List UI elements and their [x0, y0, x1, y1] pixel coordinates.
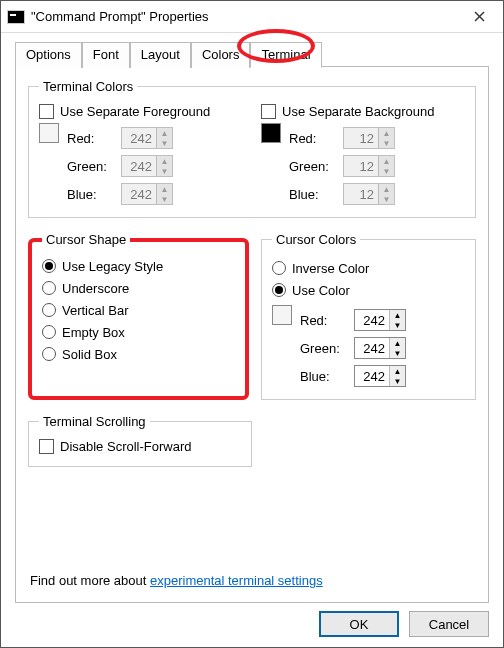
spin-down-icon[interactable]: ▼	[390, 320, 405, 330]
spin-cc-blue[interactable]: 242 ▲▼	[354, 365, 406, 387]
titlebar[interactable]: "Command Prompt" Properties	[1, 1, 503, 33]
spin-up-icon[interactable]: ▲	[157, 156, 172, 166]
label-cursor-empty-box: Empty Box	[62, 325, 125, 340]
label-bg-blue: Blue:	[289, 187, 343, 202]
window-title: "Command Prompt" Properties	[31, 9, 459, 24]
footer-text: Find out more about experimental termina…	[28, 567, 476, 592]
radio-cursor-empty-box[interactable]	[42, 325, 56, 339]
radio-use-color[interactable]	[272, 283, 286, 297]
tab-options[interactable]: Options	[15, 42, 82, 68]
legend-terminal-colors: Terminal Colors	[39, 79, 137, 94]
label-cursor-legacy: Use Legacy Style	[62, 259, 163, 274]
label-use-separate-foreground: Use Separate Foreground	[60, 104, 210, 119]
spin-up-icon[interactable]: ▲	[390, 366, 405, 376]
spin-bg-red[interactable]: 12 ▲▼	[343, 127, 395, 149]
label-inverse-color: Inverse Color	[292, 261, 369, 276]
spin-up-icon[interactable]: ▲	[390, 310, 405, 320]
radio-cursor-solid-box[interactable]	[42, 347, 56, 361]
group-terminal-colors: Terminal Colors Use Separate Foreground …	[28, 79, 476, 218]
swatch-background[interactable]	[261, 123, 281, 143]
spin-up-icon[interactable]: ▲	[379, 156, 394, 166]
spin-down-icon[interactable]: ▼	[390, 376, 405, 386]
spin-down-icon[interactable]: ▼	[157, 194, 172, 204]
spin-fg-blue[interactable]: 242 ▲▼	[121, 183, 173, 205]
legend-terminal-scrolling: Terminal Scrolling	[39, 414, 150, 429]
radio-cursor-legacy[interactable]	[42, 259, 56, 273]
label-fg-red: Red:	[67, 131, 121, 146]
label-fg-blue: Blue:	[67, 187, 121, 202]
label-cc-blue: Blue:	[300, 369, 354, 384]
label-use-separate-background: Use Separate Background	[282, 104, 434, 119]
spin-down-icon[interactable]: ▼	[379, 194, 394, 204]
swatch-cursor-color[interactable]	[272, 305, 292, 325]
spin-up-icon[interactable]: ▲	[157, 184, 172, 194]
label-disable-scroll-forward: Disable Scroll-Forward	[60, 439, 191, 454]
cancel-button[interactable]: Cancel	[409, 611, 489, 637]
checkbox-use-separate-background[interactable]	[261, 104, 276, 119]
label-cc-red: Red:	[300, 313, 354, 328]
radio-cursor-underscore[interactable]	[42, 281, 56, 295]
spin-fg-red[interactable]: 242 ▲▼	[121, 127, 173, 149]
legend-cursor-shape: Cursor Shape	[42, 232, 130, 247]
group-terminal-scrolling: Terminal Scrolling Disable Scroll-Forwar…	[28, 414, 252, 467]
label-bg-red: Red:	[289, 131, 343, 146]
legend-cursor-colors: Cursor Colors	[272, 232, 360, 247]
group-cursor-colors: Cursor Colors Inverse Color Use Color Re…	[261, 232, 476, 400]
tab-terminal[interactable]: Terminal	[250, 42, 321, 68]
close-icon	[474, 11, 485, 22]
label-cursor-underscore: Underscore	[62, 281, 129, 296]
tab-strip: Options Font Layout Colors Terminal	[15, 41, 489, 67]
group-cursor-shape: Cursor Shape Use Legacy Style Underscore…	[28, 232, 249, 400]
label-cursor-solid-box: Solid Box	[62, 347, 117, 362]
radio-inverse-color[interactable]	[272, 261, 286, 275]
tab-layout[interactable]: Layout	[130, 42, 191, 68]
spin-cc-green[interactable]: 242 ▲▼	[354, 337, 406, 359]
ok-button[interactable]: OK	[319, 611, 399, 637]
checkbox-disable-scroll-forward[interactable]	[39, 439, 54, 454]
spin-down-icon[interactable]: ▼	[157, 138, 172, 148]
spin-down-icon[interactable]: ▼	[157, 166, 172, 176]
label-cursor-vertical: Vertical Bar	[62, 303, 128, 318]
tab-colors[interactable]: Colors	[191, 42, 251, 68]
spin-down-icon[interactable]: ▼	[379, 138, 394, 148]
spin-up-icon[interactable]: ▲	[379, 128, 394, 138]
label-cc-green: Green:	[300, 341, 354, 356]
spin-down-icon[interactable]: ▼	[379, 166, 394, 176]
swatch-foreground[interactable]	[39, 123, 59, 143]
link-experimental-settings[interactable]: experimental terminal settings	[150, 573, 323, 588]
properties-window: "Command Prompt" Properties Options Font…	[0, 0, 504, 648]
spin-bg-green[interactable]: 12 ▲▼	[343, 155, 395, 177]
spin-bg-blue[interactable]: 12 ▲▼	[343, 183, 395, 205]
label-use-color: Use Color	[292, 283, 350, 298]
spin-up-icon[interactable]: ▲	[157, 128, 172, 138]
spin-cc-red[interactable]: 242 ▲▼	[354, 309, 406, 331]
tab-font[interactable]: Font	[82, 42, 130, 68]
label-bg-green: Green:	[289, 159, 343, 174]
spin-up-icon[interactable]: ▲	[379, 184, 394, 194]
close-button[interactable]	[459, 2, 499, 32]
label-fg-green: Green:	[67, 159, 121, 174]
spin-down-icon[interactable]: ▼	[390, 348, 405, 358]
tab-panel-terminal: Terminal Colors Use Separate Foreground …	[15, 66, 489, 603]
radio-cursor-vertical[interactable]	[42, 303, 56, 317]
app-icon	[7, 10, 25, 24]
spin-fg-green[interactable]: 242 ▲▼	[121, 155, 173, 177]
spin-up-icon[interactable]: ▲	[390, 338, 405, 348]
checkbox-use-separate-foreground[interactable]	[39, 104, 54, 119]
